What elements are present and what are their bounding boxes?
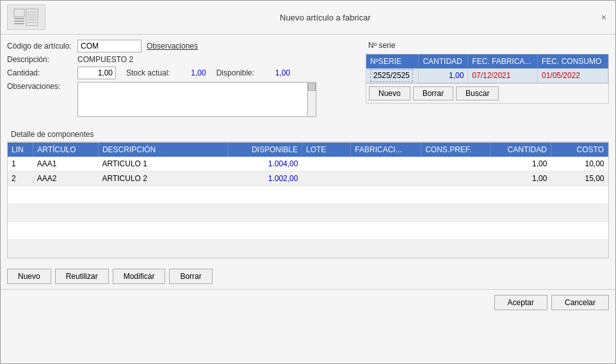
title-bar: Nuevo artículo a fabricar × (1, 1, 615, 35)
logo-icon (13, 8, 39, 26)
nserie-table-container: NºSERIE CANTIDAD FEC. FABRICA... FEC. CO… (366, 54, 609, 104)
col-descripcion: DESCRIPCIÓN (98, 143, 229, 157)
col-articulo: ARTÍCULO (33, 143, 99, 157)
table-row-empty (8, 204, 608, 222)
cancelar-button[interactable]: Cancelar (551, 295, 609, 310)
nserie-col-cantidad: CANTIDAD (419, 54, 468, 68)
nserie-col-consumo: FEC. CONSUMO (537, 54, 608, 68)
cell-costo: 15,00 (551, 171, 608, 186)
col-fabricaci: FABRICACI... (351, 143, 421, 157)
col-costo: COSTO (551, 143, 608, 157)
nserie-title: Nº serie (366, 40, 609, 51)
nserie-cell-consumo: 01/05/2022 (537, 68, 608, 83)
nserie-cell-cantidad: 1,00 (419, 68, 468, 83)
cantidad-input[interactable] (77, 67, 116, 79)
observaciones-link[interactable]: Observaciones (147, 42, 198, 51)
nserie-buscar-button[interactable]: Buscar (456, 86, 499, 100)
detalle-title: Detalle de componentes (7, 127, 609, 142)
observaciones-row: Observaciones: (7, 82, 359, 117)
nserie-borrar-button[interactable]: Borrar (413, 86, 453, 100)
cell-lin: 2 (8, 171, 33, 186)
observaciones-label: Observaciones: (7, 82, 77, 91)
cell-lote (302, 171, 350, 186)
table-row-empty (8, 240, 608, 258)
detalle-thead: LIN ARTÍCULO DESCRIPCIÓN DISPONIBLE LOTE… (8, 143, 608, 157)
cell-cantidad: 1,00 (490, 171, 551, 186)
textarea-container (77, 82, 316, 117)
cell-disponible: 1.002,00 (229, 171, 302, 186)
descripcion-value: COMPUESTO 2 (77, 55, 133, 64)
reutilizar-button[interactable]: Reutilizar (55, 269, 109, 284)
nserie-col-fabrica: FEC. FABRICA... (468, 54, 538, 68)
svg-rect-0 (14, 9, 24, 17)
col-cantidad: CANTIDAD (490, 143, 551, 157)
cantidad-label: Cantidad: (7, 68, 77, 77)
cell-articulo: AAA1 (33, 157, 99, 171)
cell-lin: 1 (8, 157, 33, 171)
descripcion-row: Descripción: COMPUESTO 2 (7, 55, 359, 64)
cell-disponible: 1.004,00 (229, 157, 302, 171)
table-row: 2 AAA2 ARTICULO 2 1.002,00 1,00 15,00 (8, 171, 608, 186)
cell-descripcion: ARTICULO 1 (98, 157, 229, 171)
detalle-title-bar: Detalle de componentes (1, 125, 615, 142)
nserie-col-serie: NºSERIE (366, 54, 419, 68)
table-row-empty (8, 222, 608, 240)
cell-fabricaci (351, 171, 421, 186)
cell-descripcion: ARTICULO 2 (98, 171, 229, 186)
nserie-header-row: NºSERIE CANTIDAD FEC. FABRICA... FEC. CO… (366, 54, 608, 68)
table-row-empty (8, 186, 608, 204)
serie-value: 2525/2525 (370, 69, 413, 82)
nuevo-button[interactable]: Nuevo (7, 269, 51, 284)
dialog: Nuevo artículo a fabricar × Código de ar… (0, 0, 616, 364)
nserie-cell-serie: 2525/2525 (366, 68, 419, 83)
cell-cons-pref (421, 157, 490, 171)
nserie-thead: NºSERIE CANTIDAD FEC. FABRICA... FEC. CO… (366, 54, 608, 68)
cell-costo: 10,00 (551, 157, 608, 171)
cantidad-row: Cantidad: Stock actual: 1,00 Disponible:… (7, 67, 359, 79)
svg-rect-2 (14, 20, 24, 22)
descripcion-label: Descripción: (7, 55, 77, 64)
disponible-value: 1,00 (258, 68, 290, 77)
bottom-buttons: Nuevo Reutilizar Modificar Borrar (1, 264, 615, 289)
col-disponible: DISPONIBLE (229, 143, 302, 157)
borrar-button[interactable]: Borrar (169, 269, 212, 284)
nserie-cell-fabrica: 07/12/2021 (468, 68, 538, 83)
disponible-label: Disponible: (216, 68, 254, 77)
detalle-section: LIN ARTÍCULO DESCRIPCIÓN DISPONIBLE LOTE… (7, 142, 609, 258)
col-lote: LOTE (302, 143, 350, 157)
aceptar-button[interactable]: Aceptar (494, 295, 547, 310)
stock-value: 1,00 (174, 68, 206, 77)
nserie-section: Nº serie NºSERIE CANTIDAD FEC. FABRICA..… (366, 40, 609, 120)
stock-label: Stock actual: (126, 68, 170, 77)
nserie-row: 2525/2525 1,00 07/12/2021 01/05/2022 (366, 68, 608, 83)
nserie-nuevo-button[interactable]: Nuevo (369, 86, 410, 100)
cell-articulo: AAA2 (33, 171, 99, 186)
logo-image (7, 4, 45, 30)
svg-rect-1 (14, 18, 24, 19)
detalle-table: LIN ARTÍCULO DESCRIPCIÓN DISPONIBLE LOTE… (8, 143, 608, 258)
cell-cons-pref (421, 171, 490, 186)
modificar-button[interactable]: Modificar (113, 269, 166, 284)
footer-buttons: Aceptar Cancelar (1, 289, 615, 315)
table-row: 1 AAA1 ARTICULO 1 1.004,00 1,00 10,00 (8, 157, 608, 171)
cell-cantidad: 1,00 (490, 157, 551, 171)
nserie-tbody: 2525/2525 1,00 07/12/2021 01/05/2022 (366, 68, 608, 83)
dialog-title: Nuevo artículo a fabricar (52, 13, 599, 22)
detalle-header-row: LIN ARTÍCULO DESCRIPCIÓN DISPONIBLE LOTE… (8, 143, 608, 157)
col-cons-pref: CONS.PREF. (421, 143, 490, 157)
cell-fabricaci (351, 157, 421, 171)
codigo-label: Código de artículo: (7, 42, 77, 51)
cell-lote (302, 157, 350, 171)
codigo-input[interactable] (77, 40, 142, 52)
observaciones-textarea[interactable] (77, 82, 308, 117)
nserie-table: NºSERIE CANTIDAD FEC. FABRICA... FEC. CO… (366, 54, 608, 83)
svg-rect-3 (14, 23, 24, 24)
top-section: Código de artículo: Observaciones Descri… (1, 35, 615, 125)
detalle-tbody: 1 AAA1 ARTICULO 1 1.004,00 1,00 10,00 2 … (8, 157, 608, 258)
top-left-fields: Código de artículo: Observaciones Descri… (7, 40, 359, 120)
codigo-row: Código de artículo: Observaciones (7, 40, 359, 52)
col-lin: LIN (8, 143, 33, 157)
nserie-buttons: Nuevo Borrar Buscar (366, 83, 608, 103)
close-button[interactable]: × (599, 12, 609, 22)
textarea-scrollbar (307, 82, 316, 117)
